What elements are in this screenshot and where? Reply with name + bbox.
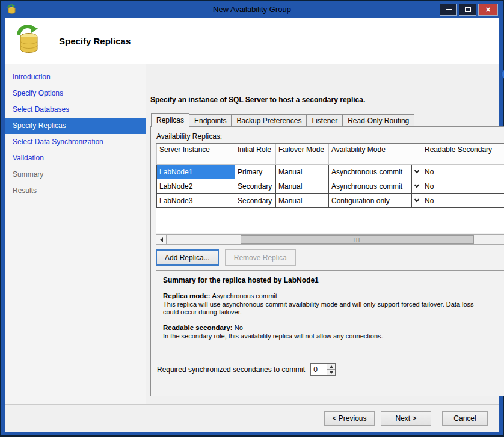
- window-controls: ×: [440, 4, 499, 16]
- readable-secondary-dropdown[interactable]: No: [422, 165, 504, 179]
- tab-backup-preferences[interactable]: Backup Preferences: [231, 114, 307, 126]
- readable-secondary-value: No: [235, 324, 243, 331]
- col-server-instance: Server Instance: [157, 144, 235, 165]
- cell-server-labnode1[interactable]: LabNode1: [157, 165, 235, 179]
- cell-failover[interactable]: Manual: [276, 165, 329, 179]
- availability-mode-dropdown[interactable]: Configuration only: [329, 194, 422, 208]
- replica-mode-description: This replica will use asynchronous-commi…: [163, 301, 491, 316]
- maximize-button[interactable]: [459, 4, 476, 16]
- tab-listener[interactable]: Listener: [306, 114, 343, 126]
- scrollbar-thumb[interactable]: |||: [241, 235, 473, 244]
- col-readable-secondary: Readable Secondary: [422, 144, 504, 165]
- chevron-down-icon[interactable]: [411, 165, 422, 179]
- grid-header-row: Server Instance Initial Role Failover Mo…: [157, 144, 504, 165]
- cell-role[interactable]: Secondary: [235, 179, 276, 194]
- tab-strip: Replicas Endpoints Backup Preferences Li…: [150, 112, 504, 126]
- readable-secondary-dropdown[interactable]: No: [422, 179, 504, 194]
- titlebar[interactable]: New Availability Group ×: [5, 1, 499, 18]
- availability-mode-dropdown[interactable]: Asynchronous commit: [329, 165, 422, 179]
- tab-read-only-routing[interactable]: Read-Only Routing: [342, 114, 414, 126]
- readable-secondary-line: Readable secondary:No: [163, 324, 504, 331]
- scrollbar-track[interactable]: |||: [167, 235, 504, 244]
- wizard-header: Specify Replicas: [5, 18, 499, 64]
- window-title: New Availability Group: [5, 5, 499, 14]
- table-row: LabNode1 Primary Manual Asynchronous com…: [157, 165, 504, 179]
- cancel-button[interactable]: Cancel: [442, 411, 488, 426]
- replica-mode-line: Replica mode:Asynchronous commit: [163, 292, 504, 299]
- availability-mode-dropdown[interactable]: Asynchronous commit: [329, 179, 422, 194]
- sidebar-item-specify-options[interactable]: Specify Options: [5, 85, 146, 102]
- close-button[interactable]: ×: [478, 4, 498, 16]
- tab-endpoints[interactable]: Endpoints: [189, 114, 232, 126]
- chevron-down-icon[interactable]: [411, 194, 422, 207]
- sidebar-item-results: Results: [5, 183, 146, 199]
- availability-replicas-label: Availability Replicas:: [156, 132, 504, 141]
- availability-group-icon: [14, 25, 46, 57]
- instruction-text: Specify an instance of SQL Server to hos…: [150, 96, 504, 104]
- cell-server-labnode2[interactable]: LabNode2: [157, 179, 235, 194]
- horizontal-scrollbar[interactable]: |||: [156, 234, 504, 245]
- cell-role[interactable]: Secondary: [235, 194, 276, 208]
- replicas-grid: Server Instance Initial Role Failover Mo…: [156, 143, 504, 233]
- table-row: LabNode2 Secondary Manual Asynchronous c…: [157, 179, 504, 194]
- minimize-button[interactable]: [440, 4, 457, 16]
- sidebar-item-validation[interactable]: Validation: [5, 150, 146, 167]
- replica-buttons: Add Replica... Remove Replica: [156, 249, 504, 266]
- help-link[interactable]: ? Help: [501, 70, 504, 79]
- app-icon: [7, 4, 17, 14]
- summary-title: Summary for the replica hosted by LabNod…: [163, 276, 504, 284]
- required-secondaries-spinner: [310, 363, 336, 376]
- col-availability-mode: Availability Mode: [329, 144, 422, 165]
- cell-role[interactable]: Primary: [235, 165, 276, 179]
- sidebar-item-select-databases[interactable]: Select Databases: [5, 102, 146, 118]
- col-initial-role: Initial Role: [235, 144, 276, 165]
- sidebar-item-introduction[interactable]: Introduction: [5, 69, 146, 85]
- window: New Availability Group × Specify Replica…: [0, 0, 504, 437]
- table-row: LabNode3 Secondary Manual Configuration …: [157, 194, 504, 208]
- sidebar-item-specify-replicas[interactable]: Specify Replicas: [5, 118, 146, 134]
- close-icon: ×: [485, 5, 490, 14]
- sidebar-item-summary: Summary: [5, 167, 146, 183]
- col-failover-mode: Failover Mode: [276, 144, 329, 165]
- next-button[interactable]: Next >: [381, 411, 431, 426]
- minimize-icon: [446, 9, 452, 10]
- required-secondaries-label: Required synchronized secondaries to com…: [157, 365, 305, 374]
- remove-replica-button[interactable]: Remove Replica: [225, 249, 296, 266]
- readable-secondary-label: Readable secondary:: [163, 324, 233, 331]
- replica-mode-value: Asynchronous commit: [212, 292, 277, 299]
- wizard-body: Introduction Specify Options Select Data…: [5, 64, 499, 404]
- sidebar-item-data-synchronization[interactable]: Select Data Synchronization: [5, 134, 146, 150]
- spinner-up-button[interactable]: [327, 364, 335, 370]
- readable-secondary-description: In the secondary role, this availability…: [163, 332, 491, 340]
- wizard-steps: Introduction Specify Options Select Data…: [5, 64, 146, 404]
- scroll-left-arrow[interactable]: [156, 235, 167, 244]
- replica-summary-panel: Summary for the replica hosted by LabNod…: [156, 270, 504, 352]
- wizard-footer: < Previous Next > Cancel: [5, 404, 499, 432]
- replicas-tab-panel: Availability Replicas: Server Instance I…: [150, 126, 504, 396]
- chevron-down-icon[interactable]: [411, 179, 422, 193]
- add-replica-button[interactable]: Add Replica...: [156, 249, 219, 266]
- main-pane: ? Help Specify an instance of SQL Server…: [146, 64, 504, 404]
- page-title: Specify Replicas: [59, 36, 131, 46]
- previous-button[interactable]: < Previous: [324, 411, 375, 426]
- readable-secondary-dropdown[interactable]: No: [422, 194, 504, 208]
- cell-server-labnode3[interactable]: LabNode3: [157, 194, 235, 208]
- client-area: Specify Replicas Introduction Specify Op…: [5, 18, 499, 432]
- spinner-down-button[interactable]: [327, 370, 335, 375]
- required-secondaries-input[interactable]: [311, 364, 327, 375]
- required-secondaries-row: Required synchronized secondaries to com…: [157, 363, 504, 376]
- cell-failover[interactable]: Manual: [276, 194, 329, 208]
- maximize-icon: [465, 7, 471, 12]
- help-icon: ?: [501, 70, 504, 79]
- replica-mode-label: Replica mode:: [163, 292, 211, 299]
- tab-replicas[interactable]: Replicas: [151, 113, 189, 127]
- cell-failover[interactable]: Manual: [276, 179, 329, 194]
